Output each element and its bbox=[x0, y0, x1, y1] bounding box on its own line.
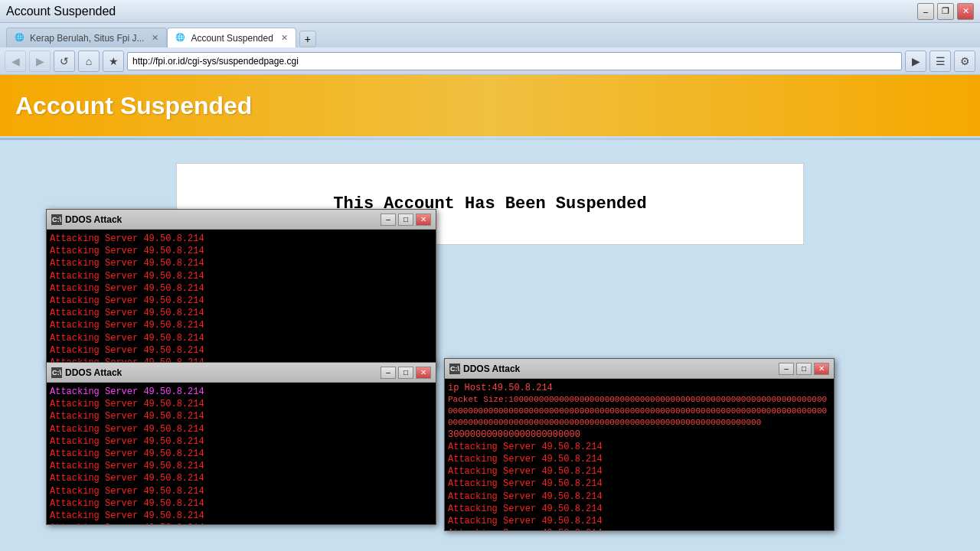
tab1-label: Kerap Berulah, Situs Fpi J... bbox=[30, 33, 144, 44]
terminal1-title-bar: C:\ DDOS Attack – □ ✕ bbox=[47, 210, 436, 230]
tab1-close[interactable]: ✕ bbox=[152, 33, 158, 43]
t2-line-5: Attacking Server 49.50.8.214 bbox=[50, 448, 433, 460]
new-tab-button[interactable]: + bbox=[299, 31, 316, 47]
t2-line-11: Attacking Server 49.50.8.214 bbox=[50, 522, 433, 524]
browser-chrome: Account Suspended – ❐ ✕ 🌐 Kerap Berulah,… bbox=[0, 0, 980, 75]
t1-line-4: Attacking Server 49.50.8.214 bbox=[50, 270, 433, 282]
star-button[interactable]: ★ bbox=[103, 51, 124, 72]
terminal1-buttons: – □ ✕ bbox=[381, 214, 431, 226]
terminal2-body: Attacking Server 49.50.8.214 Attacking S… bbox=[47, 383, 436, 524]
t2-line-7: Attacking Server 49.50.8.214 bbox=[50, 472, 433, 484]
t2-line-2: Attacking Server 49.50.8.214 bbox=[50, 410, 433, 422]
page-body: This Account Has Been Suspended C:\ DDOS… bbox=[0, 140, 980, 551]
minimize-button[interactable]: – bbox=[917, 3, 934, 20]
t2-line-1: Attacking Server 49.50.8.214 bbox=[50, 398, 433, 410]
t2-line-0: Attacking Server 49.50.8.214 bbox=[50, 386, 433, 398]
t2-line-6: Attacking Server 49.50.8.214 bbox=[50, 460, 433, 472]
t3-line-4: Attacking Server 49.50.8.214 bbox=[448, 478, 831, 490]
t3-line-8: Attacking Server 49.50.8.214 bbox=[448, 527, 831, 530]
terminal3-icon: C:\ bbox=[449, 364, 460, 374]
t2-line-8: Attacking Server 49.50.8.214 bbox=[50, 485, 433, 497]
t2-line-9: Attacking Server 49.50.8.214 bbox=[50, 497, 433, 510]
tab-bar: 🌐 Kerap Berulah, Situs Fpi J... ✕ 🌐 Acco… bbox=[0, 23, 980, 47]
media-button[interactable]: ▶ bbox=[905, 51, 926, 72]
t2-line-3: Attacking Server 49.50.8.214 bbox=[50, 423, 433, 435]
t3-ip-line: ip Host:49.50.8.214 bbox=[448, 382, 831, 394]
nav-right-controls: ▶ ☰ ⚙ bbox=[905, 51, 975, 72]
terminal1-icon: C:\ bbox=[51, 214, 62, 225]
terminal2-title-bar: C:\ DDOS Attack – □ ✕ bbox=[47, 363, 436, 383]
page-header: Account Suspended bbox=[0, 75, 980, 136]
t2-line-10: Attacking Server 49.50.8.214 bbox=[50, 510, 433, 522]
terminal1-title-text: DDOS Attack bbox=[65, 214, 122, 225]
terminal2-minimize[interactable]: – bbox=[381, 367, 396, 379]
terminal2-icon: C:\ bbox=[51, 367, 62, 378]
t1-line-9: Attacking Server 49.50.8.214 bbox=[50, 332, 433, 344]
terminal-window-2: C:\ DDOS Attack – □ ✕ Attacking Server 4… bbox=[46, 362, 436, 525]
t1-line-7: Attacking Server 49.50.8.214 bbox=[50, 307, 433, 319]
t1-line-1: Attacking Server 49.50.8.214 bbox=[50, 233, 433, 245]
terminal3-minimize[interactable]: – bbox=[779, 363, 794, 375]
t2-line-4: Attacking Server 49.50.8.214 bbox=[50, 435, 433, 448]
tab-1[interactable]: 🌐 Kerap Berulah, Situs Fpi J... ✕ bbox=[6, 28, 167, 47]
close-button[interactable]: ✕ bbox=[957, 3, 974, 20]
terminal-window-1: C:\ DDOS Attack – □ ✕ Attacking Server 4… bbox=[46, 209, 436, 367]
terminal2-title-text: DDOS Attack bbox=[65, 367, 122, 378]
back-button[interactable]: ◀ bbox=[5, 51, 26, 72]
browser-title: Account Suspended bbox=[6, 5, 116, 18]
t1-line-10: Attacking Server 49.50.8.214 bbox=[50, 344, 433, 357]
tab2-close[interactable]: ✕ bbox=[281, 33, 288, 43]
page-title: Account Suspended bbox=[15, 92, 252, 120]
window-controls: – ❐ ✕ bbox=[917, 3, 974, 20]
reload-button[interactable]: ↺ bbox=[54, 51, 75, 72]
terminal1-close[interactable]: ✕ bbox=[416, 214, 431, 226]
t1-line-3: Attacking Server 49.50.8.214 bbox=[50, 257, 433, 269]
terminal3-title-bar: C:\ DDOS Attack – □ ✕ bbox=[445, 359, 834, 379]
tab2-label: Account Suspended bbox=[191, 33, 273, 44]
address-bar[interactable] bbox=[127, 52, 902, 70]
terminal3-close[interactable]: ✕ bbox=[814, 363, 829, 375]
settings-button[interactable]: ⚙ bbox=[954, 51, 975, 72]
terminal3-title: C:\ DDOS Attack bbox=[449, 364, 520, 374]
t3-line-7: Attacking Server 49.50.8.214 bbox=[448, 515, 831, 527]
t1-line-6: Attacking Server 49.50.8.214 bbox=[50, 295, 433, 307]
t3-line-2: Attacking Server 49.50.8.214 bbox=[448, 453, 831, 465]
t1-line-5: Attacking Server 49.50.8.214 bbox=[50, 282, 433, 295]
title-bar: Account Suspended – ❐ ✕ bbox=[0, 0, 980, 23]
terminal3-buttons: – □ ✕ bbox=[779, 363, 829, 375]
home-button[interactable]: ⌂ bbox=[78, 51, 100, 72]
t1-line-8: Attacking Server 49.50.8.214 bbox=[50, 319, 433, 331]
terminal-window-3: C:\ DDOS Attack – □ ✕ ip Host:49.50.8.21… bbox=[444, 358, 835, 531]
title-bar-left: Account Suspended bbox=[6, 5, 116, 18]
tab2-favicon: 🌐 bbox=[175, 33, 186, 44]
tab-2[interactable]: 🌐 Account Suspended ✕ bbox=[167, 28, 296, 47]
terminal3-maximize[interactable]: □ bbox=[796, 363, 812, 375]
t3-line-6: Attacking Server 49.50.8.214 bbox=[448, 503, 831, 515]
terminal3-title-text: DDOS Attack bbox=[463, 364, 520, 374]
terminal2-buttons: – □ ✕ bbox=[381, 367, 431, 379]
bookmark-button[interactable]: ☰ bbox=[929, 51, 951, 72]
restore-button[interactable]: ❐ bbox=[937, 3, 954, 20]
t3-line-1: Attacking Server 49.50.8.214 bbox=[448, 441, 831, 453]
t3-packet-line: Packet Size:1000000000000000000000000000… bbox=[448, 394, 831, 429]
terminal1-title: C:\ DDOS Attack bbox=[51, 214, 122, 225]
t3-zeros-line: 300000000000000000000000 bbox=[448, 429, 831, 441]
t3-line-3: Attacking Server 49.50.8.214 bbox=[448, 465, 831, 478]
terminal1-body: Attacking Server 49.50.8.214 Attacking S… bbox=[47, 230, 436, 366]
terminal2-title: C:\ DDOS Attack bbox=[51, 367, 122, 378]
t3-line-5: Attacking Server 49.50.8.214 bbox=[448, 491, 831, 503]
terminal2-close[interactable]: ✕ bbox=[416, 367, 431, 379]
terminal1-maximize[interactable]: □ bbox=[398, 214, 413, 226]
terminal1-minimize[interactable]: – bbox=[381, 214, 396, 226]
t1-line-2: Attacking Server 49.50.8.214 bbox=[50, 245, 433, 257]
tab1-favicon: 🌐 bbox=[15, 33, 25, 44]
terminal3-body: ip Host:49.50.8.214 Packet Size:10000000… bbox=[445, 379, 834, 530]
forward-button[interactable]: ▶ bbox=[29, 51, 51, 72]
nav-bar: ◀ ▶ ↺ ⌂ ★ ▶ ☰ ⚙ bbox=[0, 47, 980, 75]
terminal2-maximize[interactable]: □ bbox=[398, 367, 413, 379]
